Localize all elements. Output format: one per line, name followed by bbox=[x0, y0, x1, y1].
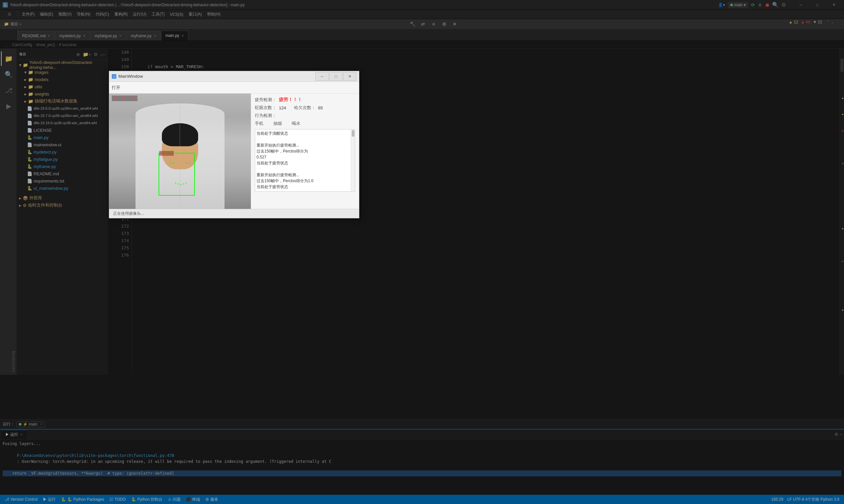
right-eye-dots bbox=[185, 163, 195, 164]
behavior-label: 行为检测： bbox=[255, 113, 276, 119]
log-entry-5: 当前处于疲劳状态 bbox=[257, 160, 354, 166]
dialog-minimize[interactable]: ─ bbox=[315, 72, 329, 81]
dialog-close[interactable]: ✕ bbox=[343, 72, 356, 81]
drink-label: 喝水 bbox=[292, 121, 300, 126]
face-label: 脸80.37 bbox=[159, 151, 174, 156]
log-entry-4: 0.527 bbox=[257, 155, 354, 160]
log-entry-8: 过去150帧中，Perclos得分为1.0 bbox=[257, 178, 354, 183]
yawn-label: 哈欠次数： bbox=[294, 105, 315, 111]
yawn-value: 65 bbox=[318, 105, 323, 110]
info-panel: 疲劳检测： 疲劳！！！ 眨眼次数： 124 哈欠次数： 65 行为检测： 手机 … bbox=[251, 93, 359, 209]
dialog-title-bar: ◻ MainWindow ─ □ ✕ bbox=[109, 71, 359, 82]
mouth-dots bbox=[175, 182, 188, 185]
fatigue-label: 疲劳检测： bbox=[255, 97, 276, 103]
blink-row: 眨眼次数： 124 哈欠次数： 65 bbox=[255, 105, 355, 111]
behavior-labels: 手机 抽烟 喝水 bbox=[255, 121, 355, 126]
dialog-icon: ◻ bbox=[112, 74, 116, 79]
log-scrollbar[interactable] bbox=[351, 129, 355, 192]
fatigue-value: 疲劳！！！ bbox=[279, 97, 302, 103]
modal-overlay: ◻ MainWindow ─ □ ✕ 打开 bbox=[0, 0, 844, 504]
main-window-dialog: ◻ MainWindow ─ □ ✕ 打开 bbox=[109, 71, 359, 218]
status-text: 正在使用摄像头... bbox=[113, 211, 144, 216]
face-detection-box bbox=[159, 153, 195, 196]
log-entry-10 bbox=[257, 190, 354, 192]
log-entry-3: 过去150帧中，Perclos得分为 bbox=[257, 148, 354, 154]
dialog-toolbar: 打开 bbox=[109, 82, 359, 93]
dialog-maximize[interactable]: □ bbox=[329, 72, 343, 81]
log-entry-7: 重新开始执行疲劳检测... bbox=[257, 172, 354, 178]
fps-display: 15.38 fps bbox=[112, 95, 137, 101]
behavior-row: 行为检测： bbox=[255, 113, 355, 119]
log-box[interactable]: 当前处于清醒状态 重新开始执行疲劳检测... 过去150帧中，Perclos得分… bbox=[255, 129, 355, 192]
camera-feed: 脸80.37 bbox=[109, 93, 251, 209]
dialog-body: 脸80.37 bbox=[109, 93, 359, 209]
log-entry-6 bbox=[257, 166, 354, 172]
smoke-label: 抽烟 bbox=[273, 121, 282, 126]
left-eye-dots bbox=[170, 163, 180, 164]
log-entry-2: 重新开始执行疲劳检测... bbox=[257, 143, 354, 148]
blink-label: 眨眼次数： bbox=[255, 105, 276, 111]
open-button[interactable]: 打开 bbox=[112, 85, 120, 91]
phone-label: 手机 bbox=[255, 121, 263, 126]
log-entry-1 bbox=[257, 137, 354, 142]
blink-value: 124 bbox=[279, 105, 286, 110]
fatigue-row: 疲劳检测： 疲劳！！！ bbox=[255, 97, 355, 103]
dialog-status: 正在使用摄像头... bbox=[109, 209, 359, 218]
log-entry-0: 当前处于清醒状态 bbox=[257, 131, 354, 136]
person-hair bbox=[162, 123, 198, 146]
log-scrollbar-thumb[interactable] bbox=[352, 130, 355, 137]
log-entry-9: 当前处于疲劳状态 bbox=[257, 184, 354, 190]
dialog-title: MainWindow bbox=[118, 74, 143, 79]
dialog-controls: ─ □ ✕ bbox=[315, 72, 356, 81]
